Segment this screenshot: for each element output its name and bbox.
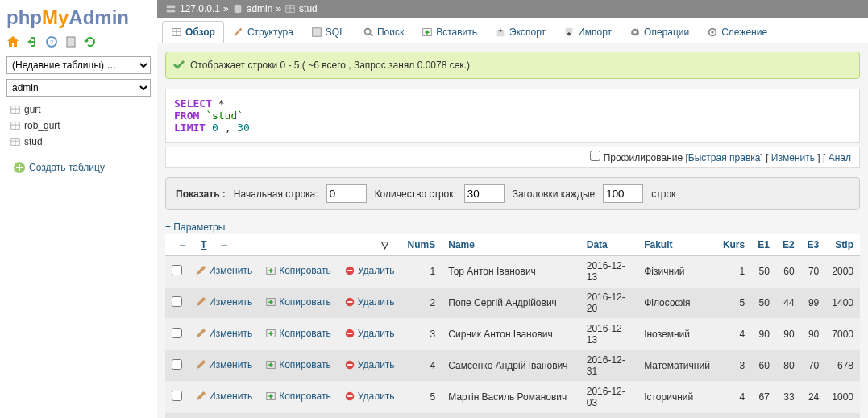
- create-table-button[interactable]: Создать таблицу: [6, 158, 151, 177]
- tab-Экспорт[interactable]: Экспорт: [486, 21, 554, 43]
- copy-row[interactable]: Копировать: [265, 359, 331, 370]
- logout-icon[interactable]: [26, 35, 39, 48]
- copy-icon: [265, 328, 276, 339]
- row-count-input[interactable]: [464, 184, 505, 203]
- table-icon: [10, 120, 21, 131]
- start-row-input[interactable]: [326, 184, 367, 203]
- success-message: Отображает строки 0 - 5 ( ~6 всего , Зап…: [165, 52, 860, 79]
- edit-row[interactable]: Изменить: [195, 391, 252, 402]
- col-e3[interactable]: E3: [801, 234, 826, 256]
- params-toggle[interactable]: + Параметры: [165, 221, 860, 233]
- cell-fakult: Історичний: [638, 382, 716, 413]
- breadcrumb-table[interactable]: stud: [299, 3, 318, 14]
- pencil-icon: [195, 328, 206, 339]
- col-name[interactable]: Name: [442, 234, 579, 256]
- col-kurs[interactable]: Kurs: [716, 234, 751, 256]
- tab-Поиск[interactable]: Поиск: [354, 21, 413, 43]
- col-stip[interactable]: Stip: [825, 234, 860, 256]
- delete-row[interactable]: Удалить: [344, 328, 395, 339]
- cell-fakult: Математичний: [638, 350, 716, 382]
- tab-icon: [171, 27, 182, 38]
- row-checkbox[interactable]: [172, 265, 182, 275]
- query-actions: Профилирование [Быстрая правка] [ Измени…: [165, 147, 860, 168]
- headers-every-input[interactable]: [603, 184, 643, 203]
- copy-row[interactable]: Копировать: [265, 296, 331, 308]
- edit-link[interactable]: Изменить: [771, 152, 815, 163]
- delete-icon: [344, 328, 355, 339]
- col-e2[interactable]: E2: [776, 234, 801, 256]
- delete-row[interactable]: Удалить: [344, 296, 395, 308]
- row-checkbox[interactable]: [172, 296, 182, 307]
- sidebar: phpMyAdmin ? (Недавние таблицы) … admin …: [0, 0, 157, 418]
- breadcrumb-host[interactable]: 127.0.0.1: [180, 3, 220, 14]
- cell-fakult: Іноземний: [638, 319, 716, 350]
- logo[interactable]: phpMyAdmin: [6, 6, 151, 29]
- sql-query: SELECT * FROM `stud` LIMIT 0 , 30: [165, 89, 860, 143]
- edit-row[interactable]: Изменить: [195, 265, 252, 276]
- table-icon: [284, 3, 296, 14]
- quick-edit-link[interactable]: Быстрая правка: [688, 152, 761, 163]
- cell-e3: 23: [801, 413, 826, 419]
- col-e1[interactable]: E1: [751, 234, 776, 256]
- cell-kurs: 2: [716, 413, 751, 419]
- cell-e1: 44: [751, 413, 776, 419]
- table-row: Изменить Копировать Удалить3Сирник Антон…: [165, 319, 860, 350]
- tab-icon: [233, 27, 244, 38]
- copy-row[interactable]: Копировать: [265, 265, 331, 276]
- sql-icon[interactable]: ?: [45, 35, 58, 48]
- reload-icon[interactable]: [84, 35, 97, 48]
- tabs: ОбзорСтруктураSQLПоискВставитьЭкспортИмп…: [157, 18, 868, 43]
- cell-data: 2016-12-13: [580, 413, 638, 419]
- tab-SQL[interactable]: SQL: [302, 21, 354, 43]
- col-data[interactable]: Data: [580, 234, 638, 256]
- copy-row[interactable]: Копировать: [265, 391, 331, 402]
- copy-row[interactable]: Копировать: [265, 328, 331, 339]
- recent-tables-select[interactable]: (Недавние таблицы) …: [6, 56, 151, 74]
- edit-row[interactable]: Изменить: [195, 359, 252, 370]
- delete-row[interactable]: Удалить: [344, 359, 395, 370]
- edit-row[interactable]: Изменить: [195, 296, 252, 308]
- breadcrumb-db[interactable]: admin: [247, 3, 273, 14]
- delete-row[interactable]: Удалить: [344, 391, 395, 402]
- cell-kurs: 4: [716, 319, 751, 350]
- svg-rect-2: [67, 37, 75, 47]
- home-icon[interactable]: [6, 35, 19, 48]
- cell-e3: 90: [801, 319, 826, 350]
- tree-item[interactable]: stud: [6, 134, 151, 150]
- analyze-link[interactable]: Анал: [829, 152, 851, 163]
- svg-text:?: ?: [50, 39, 54, 46]
- tab-Вставить[interactable]: Вставить: [413, 21, 486, 43]
- database-select[interactable]: admin: [6, 79, 151, 97]
- profiling-checkbox[interactable]: [590, 151, 600, 161]
- tab-icon: [563, 27, 575, 38]
- server-icon: [165, 3, 177, 14]
- cell-e2: 44: [776, 288, 801, 319]
- cell-data: 2016-12-20: [580, 288, 638, 319]
- edit-row[interactable]: Изменить: [195, 328, 252, 339]
- tab-Импорт[interactable]: Импорт: [554, 21, 621, 43]
- copy-icon: [265, 265, 276, 276]
- cell-name: Катер Олександр Миколайович: [442, 413, 579, 419]
- delete-icon: [344, 296, 355, 308]
- tree-item[interactable]: rob_gurt: [6, 118, 151, 134]
- cell-nums: 5: [401, 382, 442, 413]
- cell-kurs: 4: [716, 382, 751, 413]
- tab-Обзор[interactable]: Обзор: [162, 21, 224, 43]
- row-checkbox[interactable]: [172, 359, 182, 370]
- cell-e3: 99: [801, 288, 826, 319]
- cell-fakult: Філософія: [638, 288, 716, 319]
- row-checkbox[interactable]: [172, 391, 182, 401]
- col-fakult[interactable]: Fakult: [638, 234, 716, 256]
- row-checkbox[interactable]: [172, 328, 182, 338]
- svg-point-19: [711, 31, 714, 34]
- cell-data: 2016-12-31: [580, 350, 638, 382]
- cell-e1: 50: [751, 288, 776, 319]
- cell-data: 2016-12-13: [580, 319, 638, 350]
- delete-row[interactable]: Удалить: [344, 265, 395, 276]
- col-nums[interactable]: NumS: [401, 234, 442, 256]
- docs-icon[interactable]: [64, 35, 77, 48]
- tab-Структура[interactable]: Структура: [224, 21, 302, 43]
- tab-Слежение[interactable]: Слежение: [698, 21, 776, 43]
- tab-Операции[interactable]: Операции: [621, 21, 698, 43]
- tree-item[interactable]: gurt: [6, 101, 151, 118]
